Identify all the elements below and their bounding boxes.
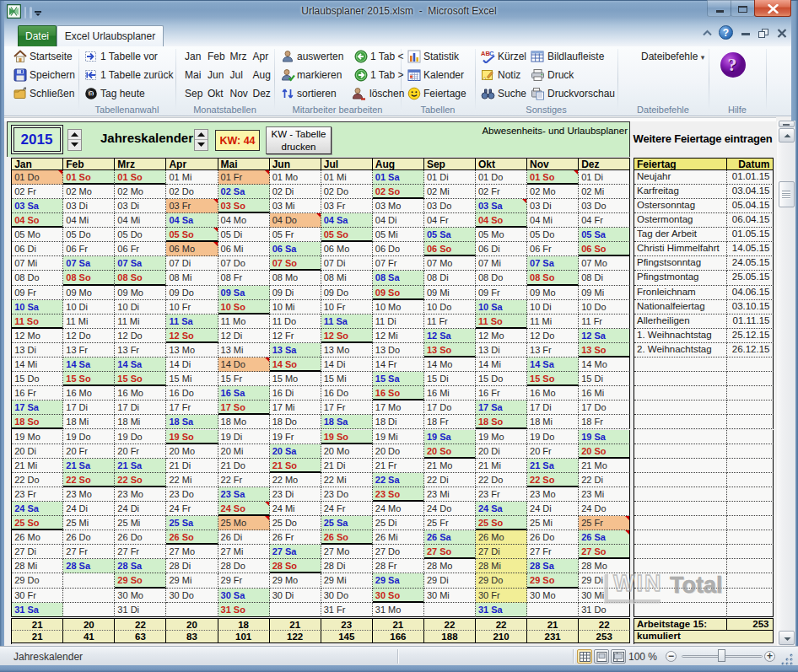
svg-text:8: 8 bbox=[89, 89, 94, 97]
svg-text:?: ? bbox=[728, 54, 737, 75]
